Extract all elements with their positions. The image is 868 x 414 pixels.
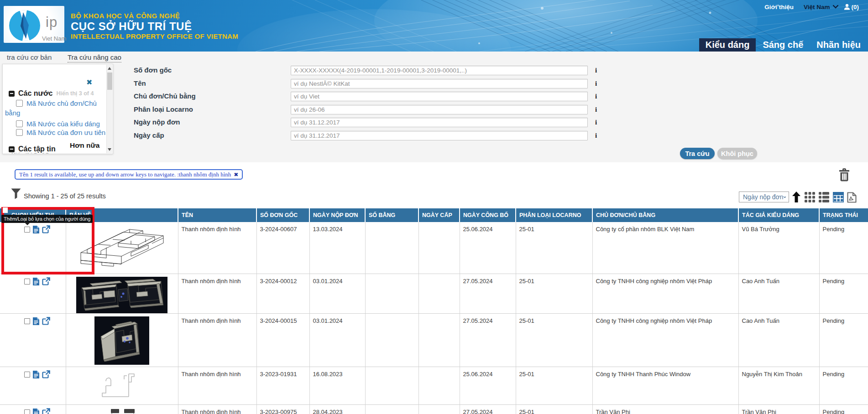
external-link-icon[interactable]	[42, 277, 50, 285]
column-header-grant_date: NGÀY CẤP	[418, 208, 460, 222]
tab-advanced-search[interactable]: Tra cứu nâng cao	[68, 53, 121, 62]
column-header-name: TÊN	[178, 208, 256, 222]
info-icon[interactable]: i	[594, 80, 598, 88]
info-icon[interactable]: i	[594, 106, 598, 114]
search-filter-chip[interactable]: Tên 1 result is available, use up and do…	[15, 169, 243, 180]
collapse-icon[interactable]	[9, 146, 15, 152]
cell-publication_date: 27.05.2024	[460, 274, 516, 313]
cell-application_number: 3-2023-01931	[256, 367, 309, 404]
field-input[interactable]	[291, 131, 588, 140]
field-label: Số đơn gốc	[134, 66, 172, 74]
row-actions	[24, 317, 66, 326]
cell-publication_date: 27.05.2024	[460, 404, 516, 414]
document-icon[interactable]	[32, 370, 40, 379]
ipvietnam-logo[interactable]: ip Viet Nam	[4, 6, 64, 43]
cell-owner: Công ty TNHH công nghiệp nhôm Việt Pháp	[592, 313, 738, 367]
info-icon[interactable]: i	[594, 93, 598, 100]
main-tab-trademarks[interactable]: Nhãn hiệu	[810, 38, 867, 52]
annotation-tooltip: Thêm/Loại bỏ lựa chọn của người dùng	[1, 215, 93, 223]
language-selector[interactable]: Việt Nam	[804, 4, 838, 10]
cell-publication_date: 25.06.2024	[460, 222, 516, 274]
info-icon[interactable]: i	[594, 119, 598, 126]
row-actions	[24, 277, 66, 286]
field-input[interactable]	[291, 92, 588, 101]
more-link[interactable]: Hơn nữa	[70, 141, 99, 150]
filter-option[interactable]: Mã Nước của kiểu dáng	[5, 119, 110, 129]
table-view-icon[interactable]	[833, 192, 844, 202]
column-header-locarno: PHÂN LOẠI LOCARNO	[516, 208, 592, 222]
row-checkbox[interactable]	[24, 318, 30, 324]
scroll-up-icon[interactable]	[108, 67, 111, 70]
design-drawing-image[interactable]	[94, 316, 149, 365]
field-input[interactable]	[291, 66, 588, 75]
checkbox[interactable]	[16, 100, 23, 107]
filter-section-count-clipped: Hiển thị 3 of 3	[11, 152, 49, 154]
cell-name: Thanh nhôm định hình	[178, 367, 256, 404]
cell-drawing	[66, 404, 178, 414]
cell-owner: Công ty TNHH công nghiệp nhôm Việt Pháp	[592, 274, 738, 313]
tab-basic-search[interactable]: tra cứu cơ bản	[7, 53, 52, 61]
filter-section-countries[interactable]: Các nước Hiển thị 3 of 4	[9, 89, 94, 98]
row-icons	[32, 370, 50, 379]
cell-status: Pending	[819, 222, 868, 274]
grid-view-icon[interactable]	[805, 192, 815, 202]
collapse-icon[interactable]	[9, 91, 15, 97]
scroll-down-icon[interactable]	[108, 148, 111, 151]
field-input[interactable]	[291, 118, 588, 127]
list-view-icon[interactable]	[819, 192, 829, 202]
cell-locarno: 25-01	[516, 274, 592, 313]
row-icons	[32, 317, 50, 326]
row-checkbox[interactable]	[24, 279, 30, 285]
cell-registration_number	[365, 274, 418, 313]
field-input[interactable]	[291, 105, 588, 114]
column-header-application_number: SỐ ĐƠN GỐC	[256, 208, 309, 222]
document-icon[interactable]	[32, 408, 40, 414]
cell-filing_date: 16.08.2023	[309, 367, 365, 404]
sort-select[interactable]: Ngày nộp đơn	[739, 191, 789, 202]
design-drawing-image[interactable]	[76, 277, 167, 313]
design-drawing-image[interactable]	[100, 370, 143, 402]
sort-ascending-arrow-icon[interactable]	[791, 191, 802, 203]
external-link-icon[interactable]	[42, 408, 50, 414]
field-label: Ngày nộp đơn	[134, 118, 180, 126]
about-link[interactable]: Giới thiệu	[764, 4, 794, 10]
reset-button[interactable]: Khôi phục	[717, 148, 757, 159]
table-header-row: CHỌN HIỂN THỊBẢN VẼTÊNSỐ ĐƠN GỐCNGÀY NỘP…	[0, 208, 868, 222]
cell-status: Pending	[819, 404, 868, 414]
field-input[interactable]	[291, 79, 588, 88]
row-checkbox[interactable]	[24, 409, 30, 414]
field-label: Tên	[134, 79, 146, 87]
external-link-icon[interactable]	[42, 370, 50, 378]
row-checkbox[interactable]	[24, 372, 30, 378]
scroll-thumb[interactable]	[107, 72, 112, 90]
close-icon[interactable]: ✖	[86, 79, 92, 86]
cell-locarno: 25-01	[516, 222, 592, 274]
cell-owner: Công ty TNHH Thanh Phúc Window	[592, 367, 738, 404]
user-menu[interactable]: (0)	[844, 4, 859, 10]
cell-application_number: 3-2024-00015	[256, 313, 309, 367]
chip-close-icon[interactable]: ✖	[234, 171, 238, 178]
pdf-export-icon[interactable]	[847, 192, 857, 203]
info-icon[interactable]: i	[594, 132, 598, 140]
search-button[interactable]: Tra cứu	[680, 148, 715, 159]
filter-option[interactable]: Mã Nước chủ đơn/Chủ bằng	[5, 98, 102, 118]
document-icon[interactable]	[32, 317, 40, 326]
trash-icon[interactable]	[839, 168, 850, 181]
main-tab-designs[interactable]: Kiểu dáng	[699, 38, 756, 52]
panel-scrollbar[interactable]	[106, 65, 112, 153]
main-tab-patents[interactable]: Sáng chế	[756, 38, 810, 52]
cell-status: Pending	[819, 313, 868, 367]
cell-locarno: 25-01	[516, 404, 592, 414]
filter-option[interactable]: Mã Nước của đơn ưu tiên	[5, 128, 112, 137]
design-drawing-image[interactable]	[102, 409, 141, 414]
filter-funnel-icon[interactable]	[11, 188, 21, 199]
info-icon[interactable]: i	[594, 67, 598, 74]
document-icon[interactable]	[32, 277, 40, 286]
main-tabs: Kiểu dángSáng chếNhãn hiệu	[699, 38, 867, 52]
filter-panel: ✖ Các nước Hiển thị 3 of 4 Mã Nước chủ đ…	[2, 64, 113, 154]
checkbox[interactable]	[16, 129, 23, 136]
cell-registration_number	[365, 367, 418, 404]
checkbox[interactable]	[16, 120, 23, 127]
external-link-icon[interactable]	[42, 317, 50, 325]
cell-select	[0, 367, 66, 404]
